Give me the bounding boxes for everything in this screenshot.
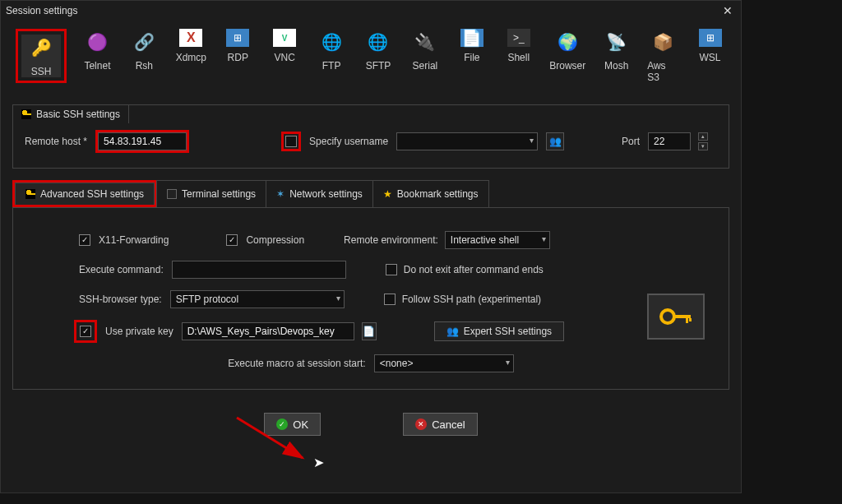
basic-ssh-tab: Basic SSH settings: [12, 104, 129, 123]
rsh-icon: 🔗: [131, 29, 157, 55]
ok-button[interactable]: ✓ OK: [264, 413, 321, 436]
highlight-use-private-key: [74, 320, 97, 343]
use-private-key-label: Use private key: [105, 326, 173, 337]
protocol-browser[interactable]: 🌍Browser: [549, 29, 585, 72]
tab-advanced-ssh[interactable]: Advanced SSH settings: [15, 183, 155, 205]
window-title: Session settings: [6, 5, 719, 16]
use-private-key-checkbox[interactable]: [80, 326, 91, 337]
dont-exit-label: Do not exit after command ends: [404, 264, 544, 275]
users-icon: 👥: [446, 326, 459, 337]
key-icon: 🔑: [28, 35, 54, 61]
dont-exit-checkbox[interactable]: [386, 264, 397, 275]
advanced-tab-panel: X11-Forwarding Compression Remote enviro…: [12, 207, 729, 390]
protocol-wsl[interactable]: ⊞WSL: [694, 29, 726, 63]
awss3-icon: 📦: [650, 29, 677, 55]
svg-rect-3: [689, 318, 692, 321]
port-spinner[interactable]: ▴▾: [698, 132, 708, 150]
protocol-mosh[interactable]: 📡Mosh: [600, 29, 632, 72]
remote-host-input[interactable]: [98, 132, 187, 150]
titlebar: Session settings ✕: [1, 1, 741, 21]
svg-rect-1: [673, 315, 691, 318]
highlight-remote-host: [95, 130, 189, 153]
specify-username-label: Specify username: [309, 136, 388, 147]
protocol-serial[interactable]: 🔌Serial: [409, 29, 441, 72]
browse-key-button[interactable]: 📄: [362, 322, 377, 340]
xdmcp-icon: X: [179, 29, 202, 47]
protocol-vnc[interactable]: VVNC: [269, 29, 301, 63]
tab-terminal[interactable]: Terminal settings: [156, 180, 266, 207]
protocol-ftp[interactable]: 🌐FTP: [316, 29, 348, 72]
protocol-xdmcp[interactable]: XXdmcp: [175, 29, 207, 63]
protocol-ssh[interactable]: 🔑 SSH: [21, 35, 61, 77]
vnc-icon: V: [273, 29, 296, 47]
specify-username-checkbox[interactable]: [285, 136, 297, 147]
network-icon: ✶: [276, 188, 285, 200]
shell-icon: >_: [507, 29, 530, 47]
cancel-button[interactable]: ✕ Cancel: [403, 413, 477, 436]
protocol-telnet[interactable]: 🟣Telnet: [81, 29, 113, 72]
execute-command-label: Execute command:: [79, 264, 164, 275]
settings-tabs: Advanced SSH settings Terminal settings …: [12, 180, 729, 207]
execute-command-input[interactable]: [172, 261, 346, 279]
macro-label: Execute macro at session start:: [228, 358, 365, 369]
protocol-rsh[interactable]: 🔗Rsh: [128, 29, 160, 72]
protocol-shell[interactable]: >_Shell: [502, 29, 534, 63]
svg-rect-2: [686, 318, 688, 323]
macro-dropdown[interactable]: <none>: [374, 354, 514, 372]
compression-checkbox[interactable]: [226, 234, 238, 246]
protocol-rdp[interactable]: ⊞RDP: [222, 29, 254, 63]
x11-forwarding-checkbox[interactable]: [79, 234, 90, 246]
username-dropdown[interactable]: [396, 132, 538, 150]
port-input[interactable]: [648, 132, 691, 150]
ok-icon: ✓: [276, 418, 288, 430]
highlight-specify-username-checkbox: [281, 132, 301, 151]
remote-host-label: Remote host *: [25, 136, 87, 147]
protocol-label: SSH: [31, 66, 52, 77]
star-icon: ★: [383, 188, 392, 200]
close-icon[interactable]: ✕: [719, 4, 736, 17]
big-key-icon: [658, 302, 694, 331]
browser-icon: 🌍: [554, 29, 581, 55]
telnet-icon: 🟣: [84, 29, 110, 55]
svg-point-0: [661, 310, 674, 323]
protocol-awss3[interactable]: 📦Aws S3: [647, 29, 679, 83]
expert-ssh-settings-button[interactable]: 👥 Expert SSH settings: [434, 321, 564, 341]
highlight-advanced-tab: Advanced SSH settings: [12, 180, 156, 207]
file-icon: 📄: [460, 29, 483, 47]
remote-env-dropdown[interactable]: Interactive shell: [445, 231, 550, 249]
protocol-sftp[interactable]: 🌐SFTP: [363, 29, 395, 72]
rdp-icon: ⊞: [226, 29, 249, 47]
dialog-buttons: ✓ OK ✕ Cancel: [1, 413, 741, 436]
key-illustration: [647, 294, 705, 340]
tab-bookmark[interactable]: ★Bookmark settings: [372, 180, 489, 207]
ftp-icon: 🌐: [318, 29, 345, 55]
ssh-browser-label: SSH-browser type:: [79, 294, 162, 305]
remote-env-label: Remote environment:: [344, 234, 438, 246]
compression-label: Compression: [246, 234, 304, 246]
cancel-icon: ✕: [415, 418, 427, 430]
manage-users-button[interactable]: 👥: [546, 132, 564, 150]
highlight-ssh: 🔑 SSH: [16, 29, 67, 83]
key-icon: [25, 189, 35, 199]
basic-ssh-group: Basic SSH settings Remote host * Specify…: [12, 104, 729, 169]
session-settings-window: Session settings ✕ 🔑 SSH 🟣Telnet 🔗Rsh XX…: [0, 0, 742, 493]
serial-icon: 🔌: [412, 29, 438, 55]
protocol-toolbar: 🔑 SSH 🟣Telnet 🔗Rsh XXdmcp ⊞RDP VVNC 🌐FTP…: [1, 21, 741, 90]
sftp-icon: 🌐: [365, 29, 391, 55]
x11-forwarding-label: X11-Forwarding: [99, 234, 169, 246]
follow-ssh-path-checkbox[interactable]: [384, 294, 396, 305]
terminal-icon: [167, 189, 177, 199]
ssh-browser-dropdown[interactable]: SFTP protocol: [170, 290, 345, 308]
mosh-icon: 📡: [604, 29, 630, 55]
private-key-path-input[interactable]: [182, 322, 354, 340]
port-label: Port: [622, 136, 640, 147]
protocol-file[interactable]: 📄File: [456, 29, 488, 63]
mouse-cursor-icon: ➤: [313, 455, 324, 470]
follow-ssh-path-label: Follow SSH path (experimental): [402, 294, 541, 305]
wsl-icon: ⊞: [699, 29, 722, 47]
key-icon: [21, 109, 31, 119]
tab-network[interactable]: ✶Network settings: [266, 180, 373, 207]
